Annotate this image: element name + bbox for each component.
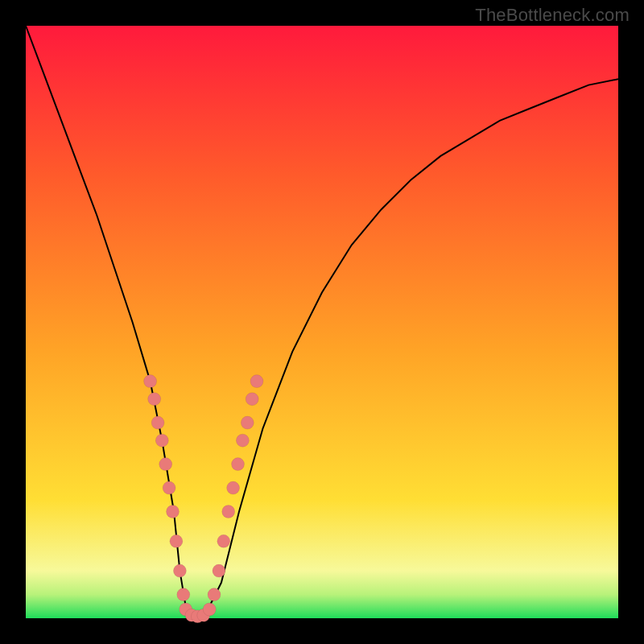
bead-marker: [148, 393, 161, 406]
bead-marker: [222, 506, 235, 518]
bead-marker: [173, 564, 186, 577]
chart-frame: TheBottleneck.com: [0, 0, 644, 644]
bead-marker: [241, 416, 254, 429]
bottleneck-curve: [26, 26, 618, 618]
bead-marker: [217, 535, 230, 547]
bead-marker: [250, 375, 263, 388]
bead-marker: [208, 588, 221, 601]
bead-marker: [144, 375, 157, 388]
plot-area: [26, 26, 618, 618]
bead-marker: [155, 434, 168, 447]
watermark-text: TheBottleneck.com: [475, 5, 630, 26]
curve-layer: [26, 26, 618, 618]
bead-marker: [203, 603, 216, 616]
bead-marker: [232, 458, 245, 471]
bead-marker: [170, 535, 183, 547]
bead-marker: [167, 506, 180, 518]
bead-group: [144, 375, 263, 623]
bead-marker: [213, 564, 225, 577]
bead-marker: [163, 481, 175, 494]
bead-marker: [246, 393, 258, 406]
bead-marker: [159, 458, 172, 471]
bead-marker: [151, 416, 164, 429]
bead-marker: [177, 588, 190, 601]
bead-marker: [227, 481, 240, 494]
bead-marker: [236, 434, 249, 447]
